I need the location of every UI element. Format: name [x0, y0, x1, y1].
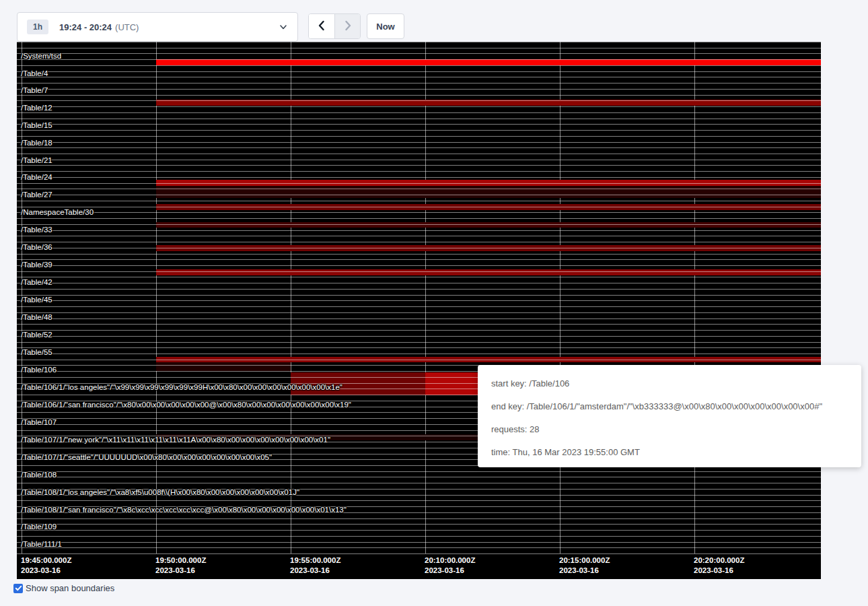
show-span-boundaries-checkbox[interactable]: [13, 584, 23, 593]
grid-hline: [17, 124, 821, 125]
key-visualizer[interactable]: /System/tsd/Table/4/Table/7/Table/12/Tab…: [17, 42, 821, 579]
grid-hline: [17, 154, 821, 154]
grid-hline: [17, 347, 821, 348]
grid-hline: [17, 147, 821, 148]
grid-hline: [17, 160, 821, 160]
grid-hline: [17, 207, 821, 207]
range-text: 19:24 - 20:24: [59, 22, 112, 32]
grid-hline: [17, 248, 821, 248]
span-label: /Table/7: [21, 86, 48, 94]
chevron-left-icon: [316, 20, 327, 34]
grid-hline: [17, 142, 821, 143]
grid-hline: [17, 477, 821, 477]
span-label: /Table/18: [21, 139, 52, 147]
grid-hline: [17, 89, 821, 90]
span-label: /Table/106: [21, 366, 57, 374]
span-label: /Table/48: [21, 313, 52, 321]
prev-button[interactable]: [309, 14, 334, 38]
span-boundaries-control: Show span boundaries: [13, 583, 114, 593]
grid-hline: [17, 106, 821, 107]
grid-hline: [17, 218, 821, 219]
grid-hline: [17, 165, 821, 166]
span-tooltip: start key: /Table/106 end key: /Table/10…: [478, 365, 861, 467]
grid-hline: [17, 65, 821, 66]
grid-hline: [17, 130, 821, 131]
grid-hline: [17, 183, 821, 184]
grid-hline: [17, 83, 821, 83]
grid-hline: [17, 547, 821, 548]
grid-hline: [17, 100, 821, 101]
grid-hline: [17, 242, 821, 242]
heat-band: [156, 186, 821, 198]
grid-hline: [17, 265, 821, 266]
range-duration-badge: 1h: [27, 20, 48, 34]
span-label: /Table/108/1/"los angeles"/"\xa8\xf5\u00…: [21, 488, 299, 496]
span-label: /Table/45: [21, 296, 52, 304]
grid-hline: [17, 318, 821, 319]
grid-hline: [17, 259, 821, 260]
span-label: /Table/39: [21, 261, 52, 269]
grid-hline: [17, 271, 821, 272]
span-label: /Table/55: [21, 348, 52, 356]
grid-hline: [17, 236, 821, 236]
grid-hline: [17, 119, 821, 119]
span-label: /Table/52: [21, 331, 52, 339]
now-button[interactable]: Now: [367, 13, 404, 39]
grid-hline: [17, 212, 821, 213]
grid-hline: [17, 536, 821, 537]
span-label: /Table/111/1: [21, 540, 62, 548]
span-label: /Table/108/1/"san francisco"/"\x8c\xcc\x…: [21, 506, 347, 514]
span-label: /Table/33: [21, 226, 52, 234]
span-label: /Table/106/1/"san francisco"/"\x80\x00\x…: [21, 401, 351, 409]
span-label: /Table/107/1/"seattle"/"UUUUUUD\x00\x80\…: [21, 453, 272, 461]
tooltip-end-key: end key: /Table/106/1/"amsterdam"/"\xb33…: [491, 395, 848, 418]
show-span-boundaries-label: Show span boundaries: [26, 583, 114, 593]
heat-band: [425, 372, 478, 395]
x-axis-tick: 19:45:00.000Z2023-03-16: [21, 556, 71, 576]
grid-hline: [17, 95, 821, 96]
span-label: /Table/15: [21, 121, 52, 129]
grid-hline: [17, 71, 821, 72]
x-axis-tick: 19:50:00.000Z2023-03-16: [155, 556, 206, 576]
span-label: /Table/36: [21, 243, 52, 251]
grid-hline: [17, 171, 821, 172]
grid-hline: [17, 530, 821, 531]
grid-hline: [17, 112, 821, 113]
grid-hline: [17, 136, 821, 137]
chevron-right-icon: [342, 20, 353, 34]
time-range-dropdown[interactable]: 1h 19:24 - 20:24 (UTC): [17, 12, 298, 42]
span-label: /NamespaceTable/30: [21, 208, 94, 216]
grid-hline: [17, 201, 821, 201]
grid-hline: [17, 300, 821, 301]
grid-hline: [17, 289, 821, 290]
x-axis-tick: 19:55:00.000Z2023-03-16: [290, 556, 340, 576]
span-label: /Table/107: [21, 418, 57, 426]
span-label: /Table/12: [21, 104, 52, 112]
next-button[interactable]: [334, 14, 360, 38]
grid-hline: [17, 354, 821, 354]
grid-hline: [17, 312, 821, 313]
grid-hline: [17, 360, 821, 360]
span-label: /System/tsd: [21, 52, 61, 60]
grid-hline: [17, 295, 821, 296]
grid-hline: [17, 336, 821, 337]
span-label: /Table/24: [21, 173, 52, 181]
span-label: /Table/4: [21, 69, 48, 77]
grid-hline: [17, 48, 821, 48]
grid-hline: [17, 42, 821, 42]
grid-hline: [17, 524, 821, 525]
grid-hline: [17, 77, 821, 77]
grid-hline: [17, 277, 821, 277]
heat-band: [156, 362, 291, 371]
grid-hline: [17, 306, 821, 307]
span-label: /Table/27: [21, 191, 52, 199]
heat-band: [156, 59, 821, 65]
grid-hline: [17, 553, 821, 554]
grid-hline: [17, 283, 821, 283]
grid-hline: [17, 224, 821, 225]
grid-hline: [17, 324, 821, 325]
heat-band: [156, 269, 821, 275]
grid-hline: [17, 230, 821, 231]
range-timezone: (UTC): [115, 22, 139, 32]
x-axis-tick: 20:15:00.000Z2023-03-16: [559, 556, 610, 576]
